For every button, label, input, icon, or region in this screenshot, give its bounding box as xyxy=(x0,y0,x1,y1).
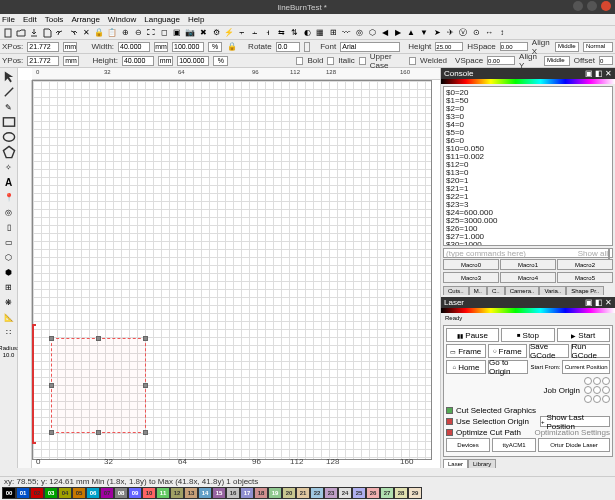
marker-tool[interactable]: 📍 xyxy=(2,190,16,204)
normal-select[interactable]: Normal xyxy=(583,42,613,52)
menu-file[interactable]: File xyxy=(2,15,15,24)
font-select[interactable] xyxy=(340,42,400,52)
variable-icon[interactable]: ⓥ xyxy=(457,27,469,39)
color-swatch-08[interactable]: 08 xyxy=(114,487,128,499)
color-swatch-19[interactable]: 19 xyxy=(268,487,282,499)
handle-sw[interactable] xyxy=(49,430,54,435)
rotate-spinner[interactable] xyxy=(304,42,311,52)
macro0-button[interactable]: Macro0 xyxy=(443,259,499,270)
machine-icon[interactable]: ⚡ xyxy=(223,27,235,39)
macro3-button[interactable]: Macro3 xyxy=(443,272,499,283)
italic-check[interactable] xyxy=(327,57,334,65)
nudge-d-icon[interactable]: ▼ xyxy=(418,27,430,39)
color-swatch-10[interactable]: 10 xyxy=(142,487,156,499)
tab-shape[interactable]: Shape Pr.. xyxy=(566,286,604,295)
measure-tool[interactable]: 📐 xyxy=(2,310,16,324)
height-input[interactable] xyxy=(122,56,154,66)
pause-button[interactable]: ▮▮ Pause xyxy=(446,328,499,342)
ypos-input[interactable] xyxy=(27,56,59,66)
device-select[interactable]: Ortur Diode Laser xyxy=(538,438,610,452)
color-swatch-05[interactable]: 05 xyxy=(72,487,86,499)
color-swatch-13[interactable]: 13 xyxy=(184,487,198,499)
menu-tools[interactable]: Tools xyxy=(45,15,64,24)
canvas[interactable]: 0 32 64 96 112 128 160 0 32 64 96 112 12… xyxy=(18,68,440,468)
color-swatch-28[interactable]: 28 xyxy=(394,487,408,499)
cut-selected-check[interactable] xyxy=(446,407,453,414)
color-swatch-22[interactable]: 22 xyxy=(310,487,324,499)
console-input[interactable]: (type commands here) Show all xyxy=(443,248,613,258)
handle-n[interactable] xyxy=(96,336,101,341)
text-tool[interactable]: A xyxy=(2,175,16,189)
hspace-input[interactable] xyxy=(500,42,528,51)
devices-button[interactable]: Devices xyxy=(446,438,490,452)
color-swatch-06[interactable]: 06 xyxy=(86,487,100,499)
vspace-input[interactable] xyxy=(487,56,515,65)
menu-edit[interactable]: Edit xyxy=(23,15,37,24)
redo-icon[interactable] xyxy=(67,27,79,39)
tool-icon[interactable]: ✖ xyxy=(197,27,209,39)
grid-array-tool[interactable]: ⊞ xyxy=(2,280,16,294)
color-swatch-15[interactable]: 15 xyxy=(212,487,226,499)
color-swatch-18[interactable]: 18 xyxy=(254,487,268,499)
menu-arrange[interactable]: Arrange xyxy=(71,15,99,24)
showall-toggle[interactable] xyxy=(608,248,610,259)
tab-variable[interactable]: Varia.. xyxy=(539,286,566,295)
color-swatch-02[interactable]: 02 xyxy=(30,487,44,499)
opt-settings-label[interactable]: Optimization Settings xyxy=(534,428,610,437)
color-swatch-26[interactable]: 26 xyxy=(366,487,380,499)
boolean-icon[interactable]: ◐ xyxy=(301,27,313,39)
paste-icon[interactable]: 📋 xyxy=(106,27,118,39)
optimize-check[interactable] xyxy=(446,429,453,436)
pen-tool[interactable]: ✎ xyxy=(2,100,16,114)
ellipse-tool[interactable] xyxy=(2,130,16,144)
align-tool-1[interactable]: ▯ xyxy=(2,220,16,234)
startfrom-select[interactable]: Current Position xyxy=(562,360,610,374)
save-gcode-button[interactable]: Save GCode xyxy=(529,344,569,358)
color-swatch-25[interactable]: 25 xyxy=(352,487,366,499)
nudge-l-icon[interactable]: ◀ xyxy=(379,27,391,39)
new-icon[interactable] xyxy=(2,27,14,39)
tab-laser[interactable]: Laser xyxy=(443,459,468,468)
handle-nw[interactable] xyxy=(49,336,54,341)
tab-move[interactable]: M.. xyxy=(469,286,487,295)
align-c-icon[interactable]: ⫠ xyxy=(249,27,261,39)
macro5-button[interactable]: Macro5 xyxy=(557,272,613,283)
port-select[interactable]: ttyACM1 xyxy=(492,438,536,452)
boolean-sub-tool[interactable]: ⬢ xyxy=(2,265,16,279)
macro2-button[interactable]: Macro2 xyxy=(557,259,613,270)
color-swatch-17[interactable]: 17 xyxy=(240,487,254,499)
show-last-pos-button[interactable]: +Show Last Position xyxy=(540,416,610,427)
handle-ne[interactable] xyxy=(143,336,148,341)
upper-check[interactable] xyxy=(359,57,366,65)
array-icon[interactable]: ⊞ xyxy=(327,27,339,39)
ruler-v-icon[interactable]: ↕ xyxy=(496,27,508,39)
edit-nodes-tool[interactable]: ✧ xyxy=(2,160,16,174)
nudge-u-icon[interactable]: ▲ xyxy=(405,27,417,39)
color-swatch-07[interactable]: 07 xyxy=(100,487,114,499)
rotate-input[interactable] xyxy=(276,42,300,52)
width-input[interactable] xyxy=(118,42,150,52)
send-icon[interactable]: ➤ xyxy=(431,27,443,39)
handle-s[interactable] xyxy=(96,430,101,435)
align-l-icon[interactable]: ⫟ xyxy=(236,27,248,39)
stop-button[interactable]: ■ Stop xyxy=(501,328,554,342)
color-swatch-16[interactable]: 16 xyxy=(226,487,240,499)
undo-icon[interactable] xyxy=(54,27,66,39)
aligny-select[interactable]: Middle xyxy=(544,56,570,66)
plane-icon[interactable]: ✈ xyxy=(444,27,456,39)
zoom-out-icon[interactable]: ⊖ xyxy=(132,27,144,39)
handle-se[interactable] xyxy=(143,430,148,435)
frame-rect-button[interactable]: ▭ Frame xyxy=(446,344,486,358)
polygon-tool[interactable] xyxy=(2,145,16,159)
zoom-sel-icon[interactable]: ◻ xyxy=(158,27,170,39)
rect-tool[interactable] xyxy=(2,115,16,129)
color-swatch-27[interactable]: 27 xyxy=(380,487,394,499)
grips-tool[interactable]: ∷ xyxy=(2,325,16,339)
tab-console[interactable]: C.. xyxy=(487,286,505,295)
align-tool-2[interactable]: ▭ xyxy=(2,235,16,249)
job-origin-grid[interactable] xyxy=(584,377,610,403)
camera-icon[interactable]: 📷 xyxy=(184,27,196,39)
menu-window[interactable]: Window xyxy=(108,15,136,24)
height2-input[interactable] xyxy=(435,42,463,51)
nudge-r-icon[interactable]: ▶ xyxy=(392,27,404,39)
